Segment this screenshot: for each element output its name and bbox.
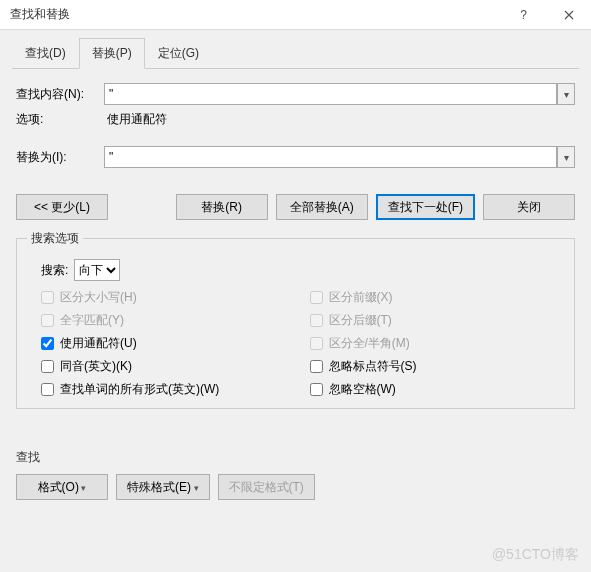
dialog-body: 查找(D) 替换(P) 定位(G) 查找内容(N): ▾ 选项: 使用通配符 替… <box>0 30 591 516</box>
match-prefix-checkbox: 区分前缀(X) <box>296 289 565 306</box>
search-options-group: 搜索选项 搜索: 向下 区分大小写(H) 全字匹配(Y) 使用通配符(U) 同音… <box>16 230 575 409</box>
main-button-row: << 更少(L) 替换(R) 全部替换(A) 查找下一处(F) 关闭 <box>16 194 575 220</box>
tab-replace[interactable]: 替换(P) <box>79 38 145 69</box>
replace-all-button[interactable]: 全部替换(A) <box>276 194 368 220</box>
replace-button[interactable]: 替换(R) <box>176 194 268 220</box>
titlebar: 查找和替换 ? <box>0 0 591 30</box>
close-dialog-button[interactable]: 关闭 <box>483 194 575 220</box>
options-row: 选项: 使用通配符 <box>16 111 575 128</box>
find-row: 查找内容(N): ▾ <box>16 83 575 105</box>
special-format-button[interactable]: 特殊格式(E) <box>116 474 210 500</box>
wildcards-checkbox[interactable]: 使用通配符(U) <box>27 335 296 352</box>
whole-word-checkbox: 全字匹配(Y) <box>27 312 296 329</box>
close-button[interactable] <box>546 0 591 30</box>
find-what-combo: ▾ <box>104 83 575 105</box>
find-what-dropdown[interactable]: ▾ <box>557 83 575 105</box>
search-direction-select[interactable]: 向下 <box>74 259 120 281</box>
find-footer: 查找 格式(O) 特殊格式(E) 不限定格式(T) <box>16 449 575 500</box>
search-direction-row: 搜索: 向下 <box>41 259 564 281</box>
checkbox-col-right: 区分前缀(X) 区分后缀(T) 区分全/半角(M) 忽略标点符号(S) 忽略空格… <box>296 289 565 398</box>
search-direction-label: 搜索: <box>41 262 68 279</box>
format-button[interactable]: 格式(O) <box>16 474 108 500</box>
all-forms-checkbox[interactable]: 查找单词的所有形式(英文)(W) <box>27 381 296 398</box>
checkbox-col-left: 区分大小写(H) 全字匹配(Y) 使用通配符(U) 同音(英文)(K) 查找单词… <box>27 289 296 398</box>
search-options-legend: 搜索选项 <box>27 230 83 247</box>
footer-buttons: 格式(O) 特殊格式(E) 不限定格式(T) <box>16 474 575 500</box>
ignore-punct-checkbox[interactable]: 忽略标点符号(S) <box>296 358 565 375</box>
find-what-label: 查找内容(N): <box>16 86 104 103</box>
ignore-space-checkbox[interactable]: 忽略空格(W) <box>296 381 565 398</box>
sounds-like-checkbox[interactable]: 同音(英文)(K) <box>27 358 296 375</box>
match-case-checkbox: 区分大小写(H) <box>27 289 296 306</box>
tab-find[interactable]: 查找(D) <box>12 38 79 68</box>
find-what-input[interactable] <box>104 83 557 105</box>
replace-with-input[interactable] <box>104 146 557 168</box>
replace-with-dropdown[interactable]: ▾ <box>557 146 575 168</box>
watermark: @51CTO博客 <box>492 546 579 564</box>
find-section-label: 查找 <box>16 449 575 466</box>
options-value: 使用通配符 <box>107 112 167 126</box>
window-title: 查找和替换 <box>10 6 501 23</box>
tab-content: 查找内容(N): ▾ 选项: 使用通配符 替换为(I): ▾ << 更少(L) … <box>12 69 579 504</box>
help-button[interactable]: ? <box>501 0 546 30</box>
full-half-checkbox: 区分全/半角(M) <box>296 335 565 352</box>
tab-goto[interactable]: 定位(G) <box>145 38 212 68</box>
replace-with-combo: ▾ <box>104 146 575 168</box>
match-suffix-checkbox: 区分后缀(T) <box>296 312 565 329</box>
options-label: 选项: <box>16 111 104 128</box>
no-format-button: 不限定格式(T) <box>218 474 315 500</box>
close-icon <box>564 10 574 20</box>
replace-row: 替换为(I): ▾ <box>16 146 575 168</box>
checkbox-columns: 区分大小写(H) 全字匹配(Y) 使用通配符(U) 同音(英文)(K) 查找单词… <box>27 289 564 398</box>
less-button[interactable]: << 更少(L) <box>16 194 108 220</box>
tab-strip: 查找(D) 替换(P) 定位(G) <box>12 38 579 69</box>
find-next-button[interactable]: 查找下一处(F) <box>376 194 475 220</box>
replace-with-label: 替换为(I): <box>16 149 104 166</box>
